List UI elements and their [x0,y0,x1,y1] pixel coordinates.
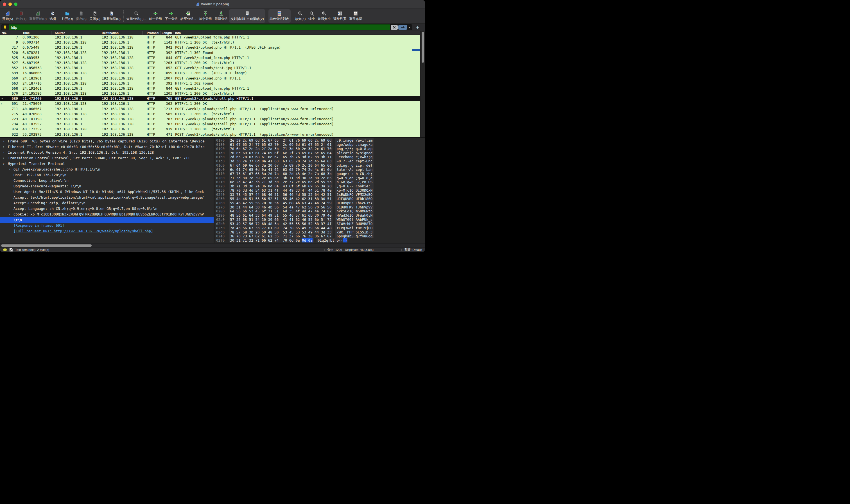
hex-row-0290[interactable]: 0290 48 56 61 64 33 64 49 51 55 46 57 61… [216,214,425,218]
detail-tree-line[interactable]: Accept: text/html,application/xhtml+xml,… [0,195,214,200]
hex-row-01a0[interactable]: 01a0 70 6c 69 63 61 74 69 6f 6e 2f 73 69… [216,151,425,155]
collapsed-chevron-icon[interactable]: › [3,150,4,155]
hex-row-0260[interactable]: 0260 55 46 42 55 56 70 36 5a 45 68 4b 63… [216,201,425,205]
hex-row-0180[interactable]: 0180 61 67 65 2f 77 65 62 70 2c 69 6d 61… [216,143,425,147]
collapsed-chevron-icon[interactable]: › [3,144,4,150]
packet-row-325[interactable]: 3256.683953192.168.136.1192.168.136.128H… [0,55,425,60]
toolbar-button-goto-packet[interactable]: 转至分组... [179,9,198,23]
detail-horizontal-scrollbar-thumb[interactable] [1,245,92,247]
capture-comment-icon[interactable] [9,248,13,252]
packet-row-922[interactable]: 92255.202875192.168.136.1192.168.136.128… [0,132,425,137]
toolbar-button-next-packet[interactable]: 下一分组 [163,9,179,23]
filter-add-button[interactable]: + [412,24,423,30]
packet-row-352[interactable]: 35216.856538192.168.136.1192.168.136.128… [0,66,425,71]
column-header-src[interactable]: Source [51,31,97,35]
packet-row-670[interactable]: 67024.195386192.168.136.128192.168.136.1… [0,91,425,96]
packet-row-723[interactable]: 72340.101198192.168.136.1192.168.136.128… [0,116,425,122]
minimize-window-button[interactable] [8,2,12,6]
detail-selected-line[interactable]: \r\n [0,217,214,223]
filter-clear-button[interactable] [391,25,398,30]
zoom-window-button[interactable] [14,2,17,6]
toolbar-button-reset-layout[interactable]: 123重置布局 [348,9,364,23]
filter-apply-button[interactable] [398,25,407,30]
detail-tree-line[interactable]: User-Agent: Mozilla/5.0 (Windows NT 10.0… [0,189,214,195]
hex-row-0280[interactable]: 0280 6e 56 6b 53 45 6f 31 51 6d 35 4f 4d… [216,209,425,214]
hex-row-0250[interactable]: 0250 55 4a 46 51 55 56 52 51 55 46 42 62… [216,197,425,201]
expanded-chevron-icon[interactable]: ∨ [3,161,4,167]
toolbar-button-reload[interactable]: 重新加载(R) [102,9,122,23]
hex-row-02a0[interactable]: 02a0 57 35 68 51 54 30 39 66 41 41 62 46… [216,218,425,222]
hex-row-0220[interactable]: 0220 3b 71 3d 30 2e 36 0d 0a 43 6f 6f 6b… [216,184,425,188]
column-header-time[interactable]: Time [20,31,51,35]
hex-row-0210[interactable]: 0210 6e 2d 47 42 3b 71 3d 30 2e 37 2c 65… [216,180,425,184]
packet-row-663[interactable]: 66324.187716192.168.136.128192.168.136.1… [0,81,425,86]
detail-tree-line[interactable]: Accept-Encoding: gzip, deflate\r\n [0,200,214,206]
packet-row-327[interactable]: 3276.687196192.168.136.128192.168.136.1H… [0,60,425,66]
detail-tree-line[interactable]: ›Transmission Control Protocol, Src Port… [0,155,214,161]
toolbar-button-find[interactable]: 查找分组(F)... [125,9,147,23]
column-header-no[interactable]: No. [0,31,20,35]
column-header-len[interactable]: Length [161,31,173,35]
packet-row-715[interactable]: 71540.070988192.168.136.128192.168.136.1… [0,111,425,116]
column-header-dst[interactable]: Destination [97,31,143,35]
packet-row-639[interactable]: 63916.868606192.168.136.128192.168.136.1… [0,71,425,76]
packet-row-320[interactable]: 3206.678281192.168.136.128192.168.136.1H… [0,50,425,55]
detail-horizontal-scrollbar[interactable] [0,243,425,247]
hex-row-0200[interactable]: 0200 71 3d 30 2e 39 2c 65 6e 3b 71 3d 30… [216,176,425,180]
toolbar-button-colorize[interactable]: 着色分组列表 [268,9,291,23]
toolbar-button-zoom-out[interactable]: 缩小 [307,9,316,23]
detail-link-line[interactable]: [Response in frame: 691] [0,223,214,229]
display-filter-input[interactable]: http [9,24,390,30]
status-profile[interactable]: 配置: Default [405,248,422,252]
close-window-button[interactable] [3,2,6,6]
detail-tree-line[interactable]: ∨Hypertext Transfer Protocol [0,161,214,167]
detail-tree-line[interactable]: ›Cookie: xp=MTc1ODI3ODQxN3xEWDhFQVFMX2dB… [0,212,214,217]
toolbar-button-zoom-normal[interactable]: 普通大小 [316,9,332,23]
packet-row-660[interactable]: 66024.183961192.168.136.1192.168.136.128… [0,76,425,81]
detail-tree-line[interactable]: Host: 192.168.136.128\r\n [0,172,214,178]
filter-dropdown-chevron[interactable]: ▼ [407,26,412,29]
hex-row-01c0[interactable]: 01c0 3d 30 2e 37 0d 0a 41 63 63 65 70 74… [216,159,425,163]
hex-row-01f0[interactable]: 01f0 67 75 61 67 65 3a 20 7a 68 2d 43 4e… [216,172,425,176]
packet-list-scrollbar-thumb[interactable] [422,32,424,62]
hex-row-01d0[interactable]: 01d0 6f 64 69 6e 67 3a 20 67 7a 69 70 2c… [216,163,425,168]
toolbar-button-latest-packet[interactable]: 最新分组 [213,9,229,23]
toolbar-button-restart[interactable]: 重新开始(R) [28,9,48,23]
collapsed-chevron-icon[interactable]: › [9,167,11,172]
hex-row-0190[interactable]: 0190 70 6e 67 2c 2a 2f 2a 3b 71 3d 30 2e… [216,147,425,151]
collapsed-chevron-icon[interactable]: › [9,212,11,217]
detail-tree-line[interactable]: ›Internet Protocol Version 4, Src: 192.1… [0,150,214,155]
detail-tree-line[interactable]: Accept-Language: zh-CN,zh;q=0.9,en;q=0.8… [0,206,214,212]
packet-list-scrollbar[interactable] [420,31,425,137]
toolbar-button-stop[interactable]: 停止(T) [14,9,28,23]
hex-row-02b0[interactable]: 02b0 53 49 57 56 72 68 48 5a 42 55 55 56… [216,222,425,226]
toolbar-button-prev-packet[interactable]: 前一分组 [147,9,163,23]
detail-tree-line[interactable]: Upgrade-Insecure-Requests: 1\r\n [0,183,214,189]
column-header-proto[interactable]: Protocol [143,31,161,35]
filter-bookmark-icon[interactable] [1,24,9,30]
hex-row-0170[interactable]: 0170 2e 39 2c 69 6d 61 67 65 2f 61 76 69… [216,139,425,143]
collapsed-chevron-icon[interactable]: › [3,155,4,161]
toolbar-button-save[interactable]: 保存(S) [74,9,88,23]
detail-link-line[interactable]: [Full request URI: http://192.168.136.12… [0,229,214,234]
expert-info-icon[interactable] [3,248,7,251]
packet-row-711[interactable]: 71140.066567192.168.136.1192.168.136.128… [0,107,425,111]
toolbar-button-options[interactable]: ⚙选项 [48,9,57,23]
hex-row-01b0[interactable]: 01b0 2d 65 78 63 68 61 6e 67 65 3b 76 3d… [216,155,425,159]
hex-row-0270[interactable]: 0270 30 31 44 64 30 46 4b 56 54 4a 47 62… [216,205,425,210]
toolbar-button-zoom-in[interactable]: 放大(Z) [294,9,307,23]
detail-tree-line[interactable]: ›GET /week2/uploads/shell.php HTTP/1.1\r… [0,167,214,172]
collapsed-chevron-icon[interactable]: › [3,139,4,144]
column-header-info[interactable]: Info [173,31,425,35]
hex-row-0230[interactable]: 0230 78 70 3d 4d 54 63 31 4f 44 49 33 4f… [216,188,425,193]
hex-row-0240[interactable]: 0240 33 78 45 57 44 68 46 51 56 46 4d 58… [216,193,425,197]
toolbar-button-start[interactable]: 开始(S) [1,9,14,23]
toolbar-button-close[interactable]: 关闭(C) [88,9,102,23]
hex-row-02f0[interactable]: 02f0 30 31 71 32 71 66 62 74 70 0d 0a 0d… [216,238,425,243]
detail-tree-line[interactable]: ›Frame 689: 765 bytes on wire (6120 bits… [0,139,214,144]
packet-row-689[interactable]: 68931.472400192.168.136.1192.168.136.128… [0,96,425,101]
packet-row-691[interactable]: 69131.475090192.168.136.128192.168.136.1… [0,101,425,106]
toolbar-button-open[interactable]: 打开(O) [60,9,74,23]
detail-tree-line[interactable]: ›Ethernet II, Src: VMware_c0:00:08 (00:5… [0,144,214,150]
packet-row-9[interactable]: 90.003714192.168.136.128192.168.136.1HTT… [0,40,425,45]
